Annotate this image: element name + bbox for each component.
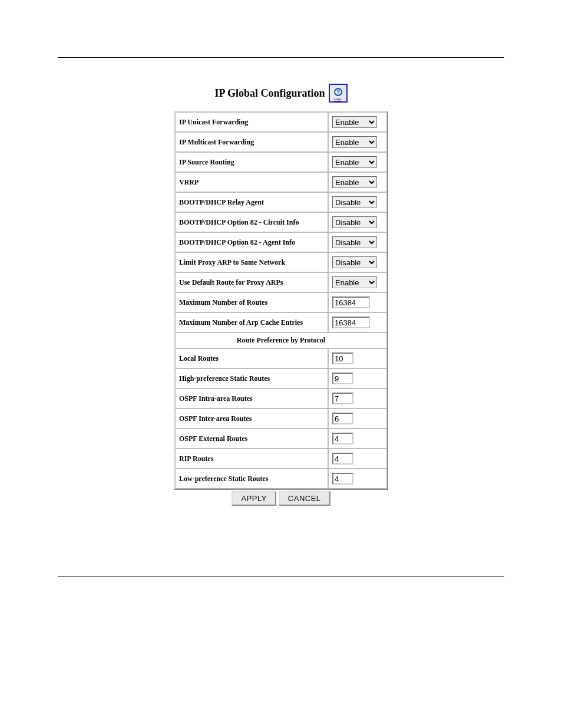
local-routes-input[interactable] [332, 353, 353, 364]
row-label: OSPF External Routes [175, 429, 328, 449]
table-row: OSPF External Routes [175, 429, 387, 449]
bootp-dhcp-opt82-agent-select[interactable]: Disable [332, 236, 377, 248]
table-row: IP Source Routing Enable [175, 152, 387, 172]
row-label: IP Unicast Forwarding [175, 112, 328, 132]
help-icon-label: Help [330, 97, 346, 101]
ospf-inter-input[interactable] [332, 413, 353, 424]
table-row: Maximum Number of Arp Cache Entries [175, 312, 387, 332]
table-row: Local Routes [175, 348, 387, 368]
row-label: BOOTP/DHCP Option 82 - Circuit Info [175, 212, 328, 232]
row-label: BOOTP/DHCP Relay Agent [175, 192, 328, 212]
ospf-external-input[interactable] [332, 433, 353, 444]
bootp-dhcp-relay-agent-select[interactable]: Disable [332, 196, 377, 208]
table-row: RIP Routes [175, 449, 387, 469]
row-label: IP Multicast Forwarding [175, 132, 328, 152]
table-row: BOOTP/DHCP Option 82 - Circuit Info Disa… [175, 212, 387, 232]
low-pref-static-input[interactable] [332, 473, 353, 485]
high-pref-static-input[interactable] [332, 373, 353, 384]
table-row: VRRP Enable [175, 172, 387, 192]
row-label: IP Source Routing [175, 152, 328, 172]
page-title: IP Global Configuration [214, 87, 325, 100]
row-label: RIP Routes [175, 449, 328, 469]
row-label: Local Routes [175, 348, 328, 368]
table-row: Maximum Number of Routes [175, 292, 387, 312]
table-row: Use Default Route for Proxy ARPs Enable [175, 272, 387, 292]
rip-routes-input[interactable] [332, 453, 353, 465]
row-label: VRRP [175, 172, 328, 192]
ip-unicast-forwarding-select[interactable]: Enable [332, 116, 377, 128]
row-label: Use Default Route for Proxy ARPs [175, 272, 328, 292]
cancel-button[interactable]: CANCEL [279, 491, 330, 506]
row-label: Low-preference Static Routes [175, 469, 328, 489]
table-row: OSPF Intra-area Routes [175, 388, 387, 409]
config-table: IP Unicast Forwarding Enable IP Multicas… [174, 111, 388, 490]
row-label: Maximum Number of Routes [175, 292, 328, 312]
table-row: Limit Proxy ARP to Same Network Disable [175, 252, 387, 272]
svg-text:?: ? [336, 89, 339, 95]
section-header: Route Preference by Protocol [175, 332, 387, 348]
table-row: IP Unicast Forwarding Enable [175, 112, 387, 132]
table-row: High-preference Static Routes [175, 368, 387, 388]
bootp-dhcp-opt82-circuit-select[interactable]: Disable [332, 216, 377, 228]
max-arp-cache-input[interactable] [332, 317, 370, 328]
apply-button[interactable]: APPLY [232, 491, 276, 506]
help-icon[interactable]: ? Help [329, 84, 348, 103]
table-row: BOOTP/DHCP Option 82 - Agent Info Disabl… [175, 232, 387, 252]
table-row: IP Multicast Forwarding Enable [175, 132, 387, 152]
ip-multicast-forwarding-select[interactable]: Enable [332, 136, 377, 148]
limit-proxy-arp-select[interactable]: Disable [332, 256, 377, 268]
row-label: OSPF Inter-area Routes [175, 409, 328, 429]
row-label: OSPF Intra-area Routes [175, 388, 328, 409]
vrrp-select[interactable]: Enable [332, 176, 377, 188]
row-label: Maximum Number of Arp Cache Entries [175, 312, 328, 332]
row-label: Limit Proxy ARP to Same Network [175, 252, 328, 272]
table-row: Route Preference by Protocol [175, 332, 387, 348]
row-label: BOOTP/DHCP Option 82 - Agent Info [175, 232, 328, 252]
table-row: BOOTP/DHCP Relay Agent Disable [175, 192, 387, 212]
table-row: OSPF Inter-area Routes [175, 409, 387, 429]
max-routes-input[interactable] [332, 297, 370, 308]
use-default-route-proxy-arps-select[interactable]: Enable [332, 276, 377, 288]
ospf-intra-input[interactable] [332, 393, 353, 404]
ip-source-routing-select[interactable]: Enable [332, 156, 377, 168]
row-label: High-preference Static Routes [175, 368, 328, 388]
table-row: Low-preference Static Routes [175, 469, 387, 489]
